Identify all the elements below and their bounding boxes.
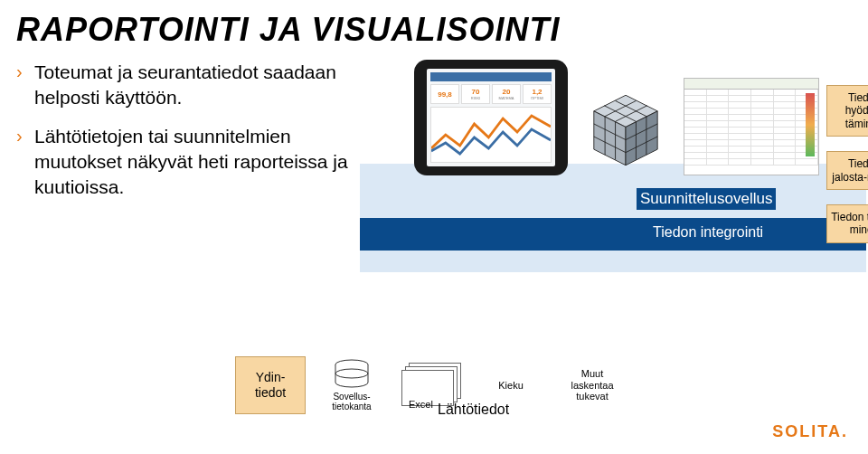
- diagram: 99,8 70RISKI 20MATEMA 1,2OPTIMI: [378, 60, 868, 175]
- integration-label: Tiedon integrointi: [653, 224, 763, 241]
- kpi-value: 20: [503, 88, 511, 96]
- kpi-label: MATEMA: [499, 96, 514, 100]
- kpi-value: 99,8: [438, 90, 452, 99]
- lahtotiedot-label: Lähtötiedot: [438, 402, 509, 418]
- kpi-value: 1,2: [532, 88, 542, 96]
- chevron-icon: ›: [16, 124, 34, 201]
- database-icon: Sovellus- tietokanta: [324, 359, 380, 411]
- bullet-list: › Toteumat ja seurantatiedot saadaan hel…: [16, 60, 378, 213]
- bullet-text: Toteumat ja seurantatiedot saadaan helpo…: [34, 60, 369, 111]
- logo: SOLITA.: [772, 422, 848, 441]
- bullet-text: Lähtötietojen tai suunnitelmien muutokse…: [34, 124, 369, 201]
- spreadsheet-icon: [684, 78, 819, 175]
- dark-band: [360, 218, 866, 251]
- side-box: Tiedon jalosta-minen: [826, 151, 868, 190]
- bullet-item: › Lähtötietojen tai suunnitelmien muutok…: [16, 124, 369, 201]
- tablet-chart-icon: [430, 107, 552, 163]
- cube-icon: [580, 85, 671, 175]
- light-band: [360, 164, 866, 272]
- excel-label: Excel: [409, 399, 433, 410]
- kpi-label: OPTIMI: [531, 96, 543, 100]
- kpi-value: 70: [472, 88, 480, 96]
- bullet-item: › Toteumat ja seurantatiedot saadaan hel…: [16, 60, 369, 111]
- tablet-icon: 99,8 70RISKI 20MATEMA 1,2OPTIMI: [414, 60, 568, 175]
- kpi-label: RISKI: [471, 96, 480, 100]
- planning-label: Suunnittelusovellus: [637, 188, 776, 210]
- db-label: Sovellus- tietokanta: [332, 392, 371, 411]
- page-title: RAPORTOINTI JA VISUALISOINTI: [0, 0, 868, 54]
- ydin-box: Ydin- tiedot: [235, 356, 306, 414]
- kieku-label: Kieku: [479, 380, 542, 392]
- side-box: Tiedon tuotta-minen: [826, 204, 868, 243]
- muut-label: Muut laskentaa tukevat: [561, 368, 624, 402]
- bottom-row: Ydin- tiedot Sovellus- tietokanta Excel …: [235, 356, 624, 414]
- side-box: Tiedon hyödyn-täminen: [826, 85, 868, 137]
- chevron-icon: ›: [16, 60, 34, 111]
- side-column: Tiedon hyödyn-täminen Tiedon jalosta-min…: [826, 85, 868, 243]
